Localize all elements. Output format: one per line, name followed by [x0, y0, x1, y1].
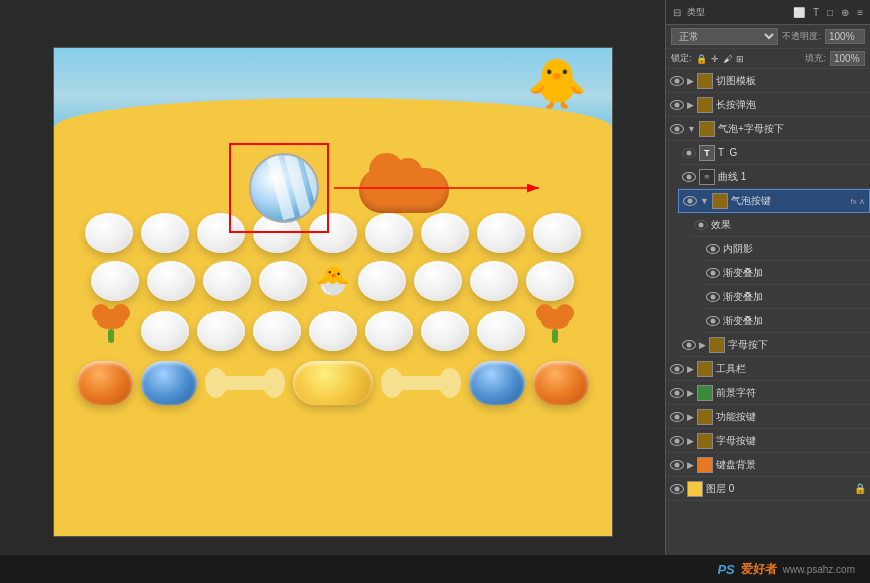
key-bubble[interactable] — [197, 311, 245, 351]
icon-4[interactable]: ⊕ — [839, 5, 851, 20]
eye-icon[interactable] — [706, 292, 720, 302]
eye-icon[interactable] — [706, 244, 720, 254]
key-bubble[interactable] — [253, 311, 301, 351]
bone-end-left — [381, 368, 403, 398]
key-bubble[interactable] — [147, 261, 195, 301]
fill-input[interactable] — [830, 51, 865, 66]
expand-icon[interactable]: ▼ — [700, 196, 709, 206]
layer-item[interactable]: ▶ 切图模板 — [666, 69, 870, 93]
layer-thumbnail — [697, 361, 713, 377]
expand-icon[interactable]: ▶ — [687, 436, 694, 446]
blend-mode-select[interactable]: 正常 — [671, 28, 778, 45]
layer-item[interactable]: 图层 0 🔒 — [666, 477, 870, 501]
key-bubble-orange-2[interactable] — [533, 361, 589, 405]
layer-thumbnail — [709, 337, 725, 353]
expand-icon[interactable]: ▶ — [687, 460, 694, 470]
layer-item[interactable]: ▶ 工具栏 — [666, 357, 870, 381]
eye-icon[interactable] — [670, 124, 684, 134]
key-bubble[interactable] — [477, 213, 525, 253]
key-bubble-blue-2[interactable] — [469, 361, 525, 405]
icon-1[interactable]: ⬜ — [791, 5, 807, 20]
eye-icon[interactable] — [670, 412, 684, 422]
key-bubble[interactable] — [365, 311, 413, 351]
expand-icon[interactable]: ▼ — [687, 124, 696, 134]
eye-icon[interactable] — [670, 484, 684, 494]
eye-icon[interactable] — [670, 76, 684, 86]
eye-icon[interactable] — [670, 100, 684, 110]
layer-thumbnail — [697, 433, 713, 449]
key-bubble-blue[interactable] — [141, 361, 197, 405]
expand-icon[interactable]: ▶ — [687, 364, 694, 374]
eye-icon[interactable] — [670, 364, 684, 374]
layer-item[interactable]: 渐变叠加 — [702, 285, 870, 309]
layer-item[interactable]: T T G — [678, 141, 870, 165]
key-bubble[interactable] — [421, 213, 469, 253]
key-bubble[interactable] — [526, 261, 574, 301]
layer-item[interactable]: 效果 — [690, 213, 870, 237]
key-bubble[interactable] — [533, 213, 581, 253]
expand-icon[interactable]: ▶ — [687, 100, 694, 110]
key-bubble[interactable] — [259, 261, 307, 301]
icon-3[interactable]: □ — [825, 5, 835, 20]
key-bone[interactable] — [205, 368, 285, 398]
key-bubble[interactable] — [309, 311, 357, 351]
filter-icon[interactable]: ⊟ — [671, 5, 683, 20]
key-bubble[interactable] — [365, 213, 413, 253]
layer-item[interactable]: ▶ 功能按键 — [666, 405, 870, 429]
eye-icon[interactable] — [670, 436, 684, 446]
site-name: 爱好者 — [741, 561, 777, 578]
opacity-input[interactable] — [825, 29, 865, 44]
layer-item[interactable]: ▶ 键盘背景 — [666, 453, 870, 477]
key-tulip-orange[interactable] — [89, 309, 133, 353]
layer-item[interactable]: ≋ 曲线 1 — [678, 165, 870, 189]
key-bubble[interactable] — [477, 311, 525, 351]
eye-icon[interactable] — [682, 148, 696, 158]
layer-item[interactable]: ▶ 长按弹泡 — [666, 93, 870, 117]
layer-name: T G — [718, 147, 866, 158]
eye-icon[interactable] — [706, 268, 720, 278]
key-bone-2[interactable] — [381, 368, 461, 398]
key-tulip-orange-right[interactable] — [533, 309, 577, 353]
key-bubble[interactable] — [358, 261, 406, 301]
layer-name: 工具栏 — [716, 362, 866, 376]
eye-icon[interactable] — [682, 340, 696, 350]
layer-item[interactable]: 内阴影 — [702, 237, 870, 261]
expand-icon[interactable]: ▶ — [699, 340, 706, 350]
layer-name: 字母按键 — [716, 434, 866, 448]
eye-icon[interactable] — [683, 196, 697, 206]
key-bubble[interactable] — [141, 213, 189, 253]
eye-icon[interactable] — [694, 220, 708, 230]
lock-icon[interactable]: 🔒 — [696, 54, 707, 64]
layer-name: 内阴影 — [723, 242, 866, 256]
eye-icon[interactable] — [670, 388, 684, 398]
artboard-icon[interactable]: ⊞ — [736, 54, 744, 64]
eye-icon[interactable] — [706, 316, 720, 326]
eye-icon[interactable] — [670, 460, 684, 470]
key-bubble-orange[interactable] — [77, 361, 133, 405]
layer-item-active[interactable]: ▼ 气泡按键 fx ∧ — [678, 189, 870, 213]
layer-item[interactable]: ▶ 字母按键 — [666, 429, 870, 453]
expand-icon[interactable]: ▶ — [687, 412, 694, 422]
key-bubble-yellow[interactable] — [293, 361, 373, 405]
eye-icon[interactable] — [682, 172, 696, 182]
paint-icon[interactable]: 🖌 — [723, 54, 732, 64]
key-row-1 — [64, 213, 602, 253]
tulip-stem — [552, 329, 558, 343]
key-bubble[interactable] — [421, 311, 469, 351]
expand-icon[interactable]: ▶ — [687, 76, 694, 86]
key-bubble[interactable] — [203, 261, 251, 301]
key-bubble[interactable] — [414, 261, 462, 301]
expand-icon[interactable]: ▶ — [687, 388, 694, 398]
layer-item[interactable]: ▶ 字母按下 — [678, 333, 870, 357]
layer-item[interactable]: 渐变叠加 — [702, 261, 870, 285]
icon-5[interactable]: ≡ — [855, 5, 865, 20]
key-bubble[interactable] — [91, 261, 139, 301]
layer-item[interactable]: ▶ 前景字符 — [666, 381, 870, 405]
key-bubble[interactable] — [141, 311, 189, 351]
key-bubble[interactable] — [470, 261, 518, 301]
move-icon[interactable]: ✛ — [711, 54, 719, 64]
layer-item[interactable]: ▼ 气泡+字母按下 — [666, 117, 870, 141]
icon-2[interactable]: T — [811, 5, 821, 20]
key-bubble[interactable] — [85, 213, 133, 253]
layer-item[interactable]: 渐变叠加 — [702, 309, 870, 333]
